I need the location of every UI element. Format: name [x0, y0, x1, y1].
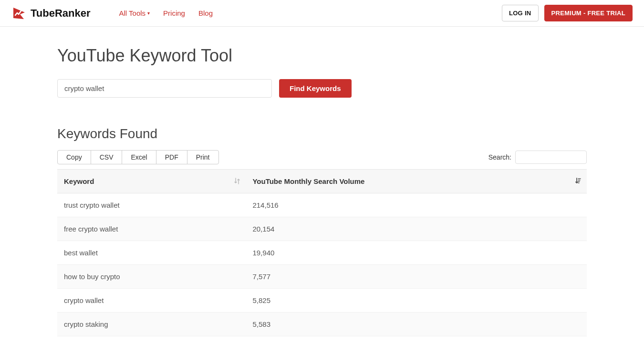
export-csv[interactable]: CSV: [91, 150, 123, 164]
brand-name: TubeRanker: [31, 7, 91, 20]
col-keyword[interactable]: Keyword: [57, 170, 246, 193]
filter-label: Search:: [488, 153, 511, 161]
results-table: Keyword YouTube Monthly Search Volume tr…: [57, 169, 587, 336]
table-row: best wallet19,940: [57, 241, 587, 265]
col-keyword-label: Keyword: [64, 177, 94, 185]
export-buttons: Copy CSV Excel PDF Print: [57, 150, 219, 164]
cell-volume: 214,516: [246, 193, 587, 217]
header: TubeRanker All Tools Pricing Blog LOG IN…: [0, 0, 644, 27]
table-row: how to buy crypto7,577: [57, 265, 587, 289]
cell-volume: 20,154: [246, 217, 587, 241]
table-row: trust crypto wallet214,516: [57, 193, 587, 217]
page-title: YouTube Keyword Tool: [57, 46, 587, 66]
sort-icon: [234, 178, 240, 185]
export-print[interactable]: Print: [187, 150, 219, 164]
cell-keyword: free crypto wallet: [57, 217, 246, 241]
keyword-input[interactable]: [57, 79, 272, 98]
col-volume[interactable]: YouTube Monthly Search Volume: [246, 170, 587, 193]
cell-volume: 5,583: [246, 313, 587, 336]
cell-keyword: how to buy crypto: [57, 265, 246, 289]
cell-volume: 7,577: [246, 265, 587, 289]
keyword-search-row: Find Keywords: [57, 79, 587, 98]
filter-input[interactable]: [515, 151, 587, 164]
export-pdf[interactable]: PDF: [156, 150, 187, 164]
login-button[interactable]: LOG IN: [502, 5, 539, 21]
table-row: free crypto wallet20,154: [57, 217, 587, 241]
cell-keyword: crypto staking: [57, 313, 246, 336]
sort-desc-icon: [575, 178, 581, 185]
cell-keyword: crypto wallet: [57, 289, 246, 313]
find-keywords-button[interactable]: Find Keywords: [279, 79, 352, 98]
premium-button[interactable]: PREMIUM - FREE TRIAL: [544, 5, 633, 21]
nav-all-tools[interactable]: All Tools: [119, 9, 150, 17]
logo[interactable]: TubeRanker: [11, 6, 91, 21]
results-heading: Keywords Found: [57, 126, 587, 141]
cell-keyword: trust crypto wallet: [57, 193, 246, 217]
cell-keyword: best wallet: [57, 241, 246, 265]
table-filter: Search:: [488, 151, 587, 164]
cell-volume: 5,825: [246, 289, 587, 313]
nav-blog[interactable]: Blog: [198, 9, 213, 17]
header-right: LOG IN PREMIUM - FREE TRIAL: [502, 5, 633, 21]
results-toolbar: Copy CSV Excel PDF Print Search:: [57, 150, 587, 164]
play-chart-icon: [11, 6, 27, 21]
table-row: crypto wallet5,825: [57, 289, 587, 313]
nav: All Tools Pricing Blog: [119, 9, 213, 17]
table-row: crypto staking5,583: [57, 313, 587, 336]
export-copy[interactable]: Copy: [57, 150, 91, 164]
col-volume-label: YouTube Monthly Search Volume: [252, 177, 364, 185]
nav-pricing[interactable]: Pricing: [163, 9, 185, 17]
cell-volume: 19,940: [246, 241, 587, 265]
export-excel[interactable]: Excel: [122, 150, 156, 164]
